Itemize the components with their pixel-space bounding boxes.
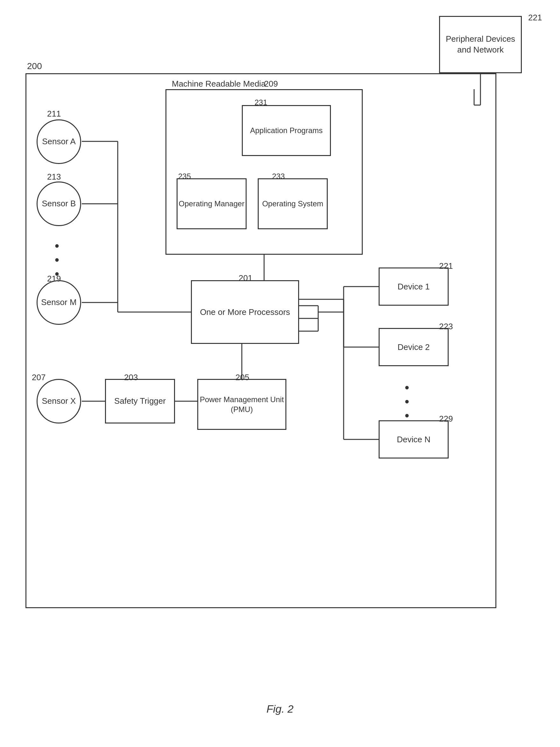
figure-caption: Fig. 2	[266, 703, 293, 715]
label-205: 205	[236, 372, 249, 382]
safety-trigger-label: Safety Trigger	[114, 396, 166, 407]
sensor-m-circle: Sensor M	[36, 280, 81, 325]
label-d221: 221	[439, 261, 453, 271]
safety-trigger-box: Safety Trigger	[105, 379, 175, 423]
label-203: 203	[124, 372, 138, 382]
sensor-b-label: Sensor B	[42, 198, 76, 209]
sensor-m-label: Sensor M	[41, 297, 76, 308]
sensor-a-label: Sensor A	[42, 136, 76, 147]
label-233: 233	[272, 172, 285, 181]
device1-label: Device 1	[397, 282, 430, 292]
label-219: 219	[47, 274, 61, 284]
label-213: 213	[47, 172, 61, 182]
mrm-label: Machine Readable Media	[172, 79, 266, 89]
label-221-top: 221	[528, 13, 542, 23]
op-manager-label: Operating Manager	[179, 199, 245, 209]
page: 200 Peripheral Devices and Network 221 M…	[0, 0, 560, 747]
app-programs-label: Application Programs	[250, 125, 323, 135]
pmu-box: Power Management Unit (PMU)	[197, 379, 286, 430]
processor-label: One or More Processors	[200, 306, 290, 318]
label-235: 235	[178, 172, 191, 181]
deviceN-box: Device N	[379, 420, 449, 459]
op-system-label: Operating System	[262, 199, 323, 209]
sensor-b-circle: Sensor B	[36, 181, 81, 226]
label-d229: 229	[439, 414, 453, 424]
processor-box: One or More Processors	[191, 280, 299, 344]
peripheral-devices-box: Peripheral Devices and Network	[439, 16, 522, 73]
label-d223: 223	[439, 321, 453, 332]
pmu-label: Power Management Unit (PMU)	[198, 394, 286, 414]
op-system-box: Operating System	[258, 178, 328, 229]
device1-box: Device 1	[379, 267, 449, 306]
label-201: 201	[239, 273, 252, 283]
label-200: 200	[27, 61, 42, 71]
op-manager-box: Operating Manager	[177, 178, 247, 229]
dots-devices: •••	[405, 381, 409, 422]
label-231: 231	[255, 98, 267, 107]
label-209: 209	[264, 79, 278, 89]
device2-box: Device 2	[379, 328, 449, 366]
diagram-area: 200 Peripheral Devices and Network 221 M…	[0, 0, 560, 747]
label-207: 207	[32, 372, 46, 382]
peripheral-devices-label: Peripheral Devices and Network	[440, 34, 521, 55]
label-211: 211	[47, 109, 61, 119]
app-programs-box: Application Programs	[242, 105, 331, 156]
device2-label: Device 2	[397, 342, 430, 352]
deviceN-label: Device N	[397, 435, 430, 444]
sensor-x-circle: Sensor X	[36, 379, 81, 423]
sensor-a-circle: Sensor A	[36, 120, 81, 164]
sensor-x-label: Sensor X	[42, 396, 76, 407]
